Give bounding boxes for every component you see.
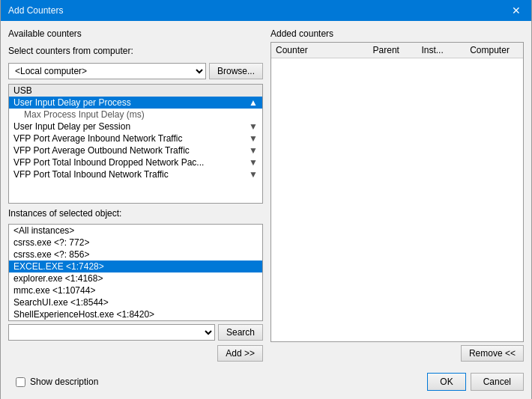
- table-body: [271, 58, 523, 341]
- counter-list-item[interactable]: VFP Port Average Outbound Network Traffi…: [9, 144, 262, 156]
- left-panel: Available counters Select counters from …: [8, 28, 263, 362]
- search-input[interactable]: [8, 324, 215, 341]
- computer-select[interactable]: <Local computer>: [8, 63, 206, 79]
- counter-list-item[interactable]: VFP Port Total Inbound Network Traffic▼: [9, 168, 262, 180]
- search-row: Search: [8, 324, 263, 341]
- search-button[interactable]: Search: [218, 324, 263, 341]
- instances-label: Instances of selected object:: [8, 208, 263, 219]
- counter-list-item[interactable]: VFP Port Average Inbound Network Traffic…: [9, 133, 262, 144]
- counter-list-item[interactable]: User Input Delay per Process▲: [9, 97, 262, 109]
- counter-list-item[interactable]: USB: [9, 85, 262, 97]
- instance-list-item[interactable]: csrss.exe <?: 772>: [9, 237, 262, 249]
- remove-row: Remove <<: [270, 345, 524, 362]
- add-button[interactable]: Add >>: [217, 345, 263, 362]
- browse-button[interactable]: Browse...: [209, 63, 263, 79]
- instances-section: Instances of selected object: <All insta…: [8, 208, 263, 362]
- dialog-body: Available counters Select counters from …: [1, 21, 531, 369]
- title-bar: Add Counters ✕: [1, 0, 531, 21]
- instance-list-item[interactable]: EXCEL.EXE <1:7428>: [9, 261, 262, 272]
- table-header-cell: Inst...: [421, 45, 470, 55]
- select-label: Select counters from computer:: [8, 46, 263, 56]
- instance-list-item[interactable]: explorer.exe <1:4168>: [9, 272, 262, 284]
- counters-list[interactable]: USBUser Input Delay per Process▲Max Proc…: [8, 84, 263, 204]
- counter-list-item[interactable]: VFP Port Total Inbound Dropped Network P…: [9, 156, 262, 168]
- ok-button[interactable]: OK: [427, 373, 465, 391]
- instance-list-item[interactable]: SearchUI.exe <1:8544>: [9, 296, 262, 308]
- available-counters-label: Available counters: [8, 28, 263, 39]
- counter-list-item[interactable]: Max Process Input Delay (ms): [9, 109, 262, 121]
- table-header-cell: Counter: [276, 45, 373, 55]
- add-counters-dialog: Add Counters ✕ Available counters Select…: [0, 0, 532, 399]
- show-desc-checkbox[interactable]: [16, 377, 25, 387]
- instances-list[interactable]: <All instances>csrss.exe <?: 772>csrss.e…: [8, 224, 263, 321]
- dialog-title: Add Counters: [8, 5, 63, 16]
- instance-list-item[interactable]: <All instances>: [9, 225, 262, 237]
- table-header-cell: Parent: [373, 45, 422, 55]
- add-row: Add >>: [8, 345, 263, 362]
- right-panel: Added counters CounterParentInst...Compu…: [270, 28, 524, 362]
- instance-list-item[interactable]: csrss.exe <?: 856>: [9, 249, 262, 261]
- added-counters-panel: CounterParentInst...Computer: [270, 42, 524, 342]
- table-header: CounterParentInst...Computer: [271, 43, 523, 58]
- show-desc-row: Show description: [8, 372, 106, 392]
- show-desc-label: Show description: [30, 377, 98, 387]
- added-counters-label: Added counters: [270, 28, 524, 39]
- instance-list-item[interactable]: ShellExperienceHost.exe <1:8420>: [9, 308, 262, 320]
- counter-list-item[interactable]: User Input Delay per Session▼: [9, 121, 262, 133]
- remove-button[interactable]: Remove <<: [461, 345, 524, 362]
- table-header-cell: Computer: [470, 45, 519, 55]
- close-button[interactable]: ✕: [509, 4, 524, 16]
- computer-select-row: <Local computer> Browse...: [8, 63, 263, 79]
- cancel-button[interactable]: Cancel: [471, 373, 524, 391]
- instance-list-item[interactable]: mmc.exe <1:10744>: [9, 284, 262, 296]
